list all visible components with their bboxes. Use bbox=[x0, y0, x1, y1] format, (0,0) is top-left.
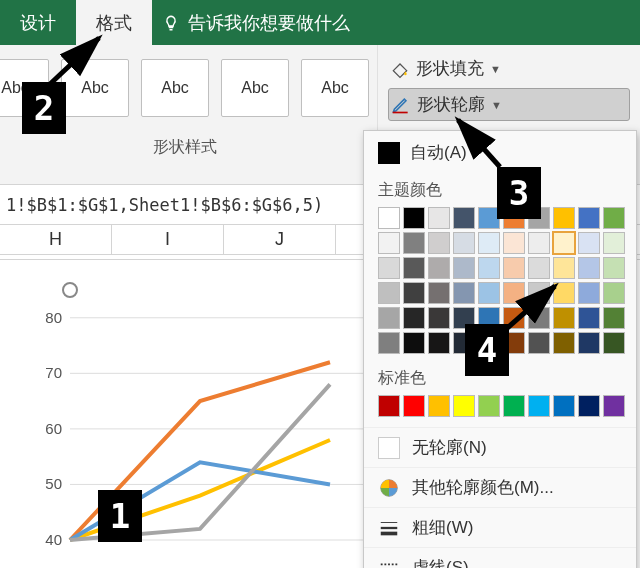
callout-4: 4 bbox=[465, 324, 509, 376]
chart-svg: 8070605040 bbox=[30, 270, 390, 550]
color-swatch[interactable] bbox=[478, 257, 500, 279]
color-swatch[interactable] bbox=[378, 232, 400, 254]
color-swatch[interactable] bbox=[603, 307, 625, 329]
color-swatch[interactable] bbox=[453, 257, 475, 279]
color-swatch[interactable] bbox=[528, 257, 550, 279]
color-swatch[interactable] bbox=[603, 232, 625, 254]
style-preset[interactable]: Abc bbox=[301, 59, 369, 117]
color-swatch[interactable] bbox=[503, 395, 525, 417]
dashes-label: 虚线(S) bbox=[412, 556, 469, 568]
tell-me-search[interactable]: 告诉我你想要做什么 bbox=[162, 11, 350, 35]
color-swatch[interactable] bbox=[603, 282, 625, 304]
color-swatch[interactable] bbox=[378, 307, 400, 329]
svg-rect-0 bbox=[393, 111, 408, 113]
svg-text:80: 80 bbox=[45, 309, 62, 326]
color-swatch[interactable] bbox=[478, 282, 500, 304]
no-outline-item[interactable]: 无轮廓(N) bbox=[364, 427, 636, 467]
svg-line-18 bbox=[49, 38, 99, 85]
more-colors-item[interactable]: 其他轮廓颜色(M)... bbox=[364, 467, 636, 507]
color-swatch[interactable] bbox=[428, 332, 450, 354]
col-header[interactable]: I bbox=[112, 225, 224, 254]
color-swatch[interactable] bbox=[378, 257, 400, 279]
color-swatch[interactable] bbox=[428, 232, 450, 254]
svg-point-11 bbox=[63, 283, 77, 297]
color-swatch[interactable] bbox=[378, 395, 400, 417]
svg-line-20 bbox=[505, 286, 555, 330]
color-swatch[interactable] bbox=[578, 307, 600, 329]
more-colors-label: 其他轮廓颜色(M)... bbox=[412, 476, 554, 499]
color-swatch[interactable] bbox=[578, 207, 600, 229]
dashes-icon bbox=[378, 557, 400, 569]
dashes-item[interactable]: 虚线(S) bbox=[364, 547, 636, 568]
color-swatch[interactable] bbox=[553, 257, 575, 279]
color-swatch[interactable] bbox=[528, 395, 550, 417]
color-swatch[interactable] bbox=[403, 282, 425, 304]
color-swatch[interactable] bbox=[578, 332, 600, 354]
color-swatch[interactable] bbox=[553, 232, 575, 254]
color-swatch[interactable] bbox=[403, 395, 425, 417]
color-swatch[interactable] bbox=[428, 307, 450, 329]
color-swatch[interactable] bbox=[428, 207, 450, 229]
color-swatch[interactable] bbox=[603, 332, 625, 354]
color-swatch[interactable] bbox=[578, 282, 600, 304]
color-swatch[interactable] bbox=[528, 232, 550, 254]
color-swatch[interactable] bbox=[378, 332, 400, 354]
color-swatch[interactable] bbox=[428, 257, 450, 279]
callout-1: 1 bbox=[98, 490, 142, 542]
color-swatch[interactable] bbox=[403, 232, 425, 254]
no-outline-label: 无轮廓(N) bbox=[412, 436, 487, 459]
svg-line-19 bbox=[458, 120, 500, 167]
color-swatch[interactable] bbox=[428, 395, 450, 417]
color-swatch[interactable] bbox=[403, 257, 425, 279]
color-swatch[interactable] bbox=[503, 232, 525, 254]
color-swatch[interactable] bbox=[503, 257, 525, 279]
color-swatch[interactable] bbox=[578, 395, 600, 417]
paint-bucket-icon bbox=[390, 59, 410, 79]
color-swatch[interactable] bbox=[578, 232, 600, 254]
chevron-down-icon: ▼ bbox=[490, 63, 501, 75]
col-header[interactable]: H bbox=[0, 225, 112, 254]
color-swatch[interactable] bbox=[403, 207, 425, 229]
weight-item[interactable]: 粗细(W) bbox=[364, 507, 636, 547]
color-swatch[interactable] bbox=[478, 232, 500, 254]
arrow-3 bbox=[450, 112, 510, 172]
color-swatch[interactable] bbox=[603, 257, 625, 279]
pen-outline-icon bbox=[391, 95, 411, 115]
color-swatch[interactable] bbox=[403, 307, 425, 329]
color-swatch[interactable] bbox=[578, 257, 600, 279]
color-swatch[interactable] bbox=[428, 282, 450, 304]
color-swatch[interactable] bbox=[378, 207, 400, 229]
group-label-shape-styles: 形状样式 bbox=[1, 137, 369, 158]
color-swatch[interactable] bbox=[378, 282, 400, 304]
callout-3: 3 bbox=[497, 167, 541, 219]
style-preset[interactable]: Abc bbox=[221, 59, 289, 117]
svg-text:50: 50 bbox=[45, 475, 62, 492]
color-swatch[interactable] bbox=[553, 207, 575, 229]
auto-color-swatch bbox=[378, 142, 400, 164]
line-weight-icon bbox=[378, 517, 400, 539]
arrow-4 bbox=[500, 280, 570, 340]
color-swatch[interactable] bbox=[553, 395, 575, 417]
color-swatch[interactable] bbox=[453, 395, 475, 417]
color-wheel-icon bbox=[378, 477, 400, 499]
color-swatch[interactable] bbox=[478, 395, 500, 417]
color-swatch[interactable] bbox=[453, 232, 475, 254]
color-swatch[interactable] bbox=[453, 207, 475, 229]
color-swatch[interactable] bbox=[403, 332, 425, 354]
style-preset[interactable]: Abc bbox=[141, 59, 209, 117]
shape-fill-label: 形状填充 bbox=[416, 57, 484, 80]
shape-fill-button[interactable]: 形状填充 ▼ bbox=[388, 53, 630, 84]
svg-text:70: 70 bbox=[45, 364, 62, 381]
color-swatch[interactable] bbox=[603, 395, 625, 417]
chevron-down-icon: ▼ bbox=[491, 99, 502, 111]
col-header[interactable]: J bbox=[224, 225, 336, 254]
tell-me-label: 告诉我你想要做什么 bbox=[188, 11, 350, 35]
color-swatch[interactable] bbox=[453, 282, 475, 304]
lightbulb-icon bbox=[162, 14, 180, 32]
arrow-2 bbox=[44, 30, 114, 90]
weight-label: 粗细(W) bbox=[412, 516, 473, 539]
color-swatch[interactable] bbox=[603, 207, 625, 229]
standard-color-row bbox=[364, 393, 636, 427]
callout-2: 2 bbox=[22, 82, 66, 134]
no-outline-icon bbox=[378, 437, 400, 459]
